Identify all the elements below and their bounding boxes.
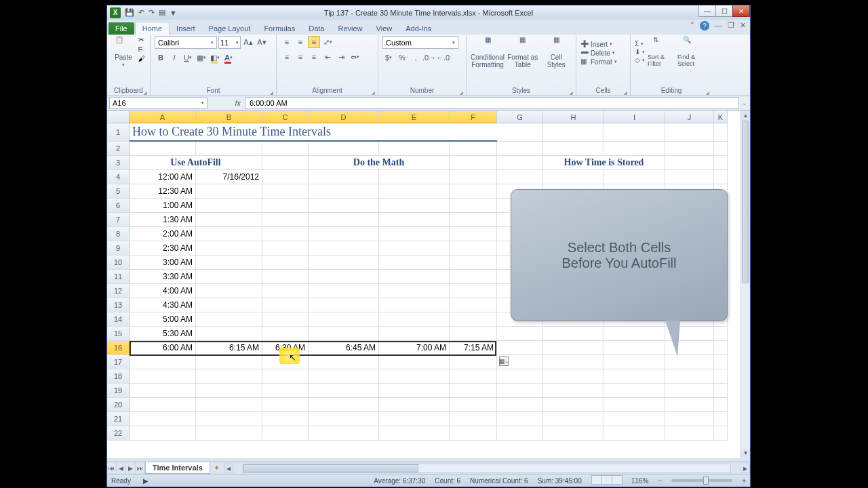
spreadsheet-grid[interactable]: ABCDEFGHIJK 1234567891011121314151617181… — [107, 111, 750, 458]
cell-J3[interactable] — [665, 156, 714, 170]
cell-F20[interactable] — [450, 398, 497, 412]
cell-E19[interactable] — [379, 384, 450, 398]
cell-E17[interactable] — [379, 355, 450, 369]
last-sheet-icon[interactable]: ⏭ — [136, 462, 145, 474]
cell-D7[interactable] — [309, 213, 379, 227]
cell-G16[interactable] — [497, 341, 543, 355]
save-icon[interactable]: 💾 — [125, 8, 134, 17]
cell-I16[interactable] — [604, 341, 665, 355]
cell-styles-button[interactable]: ▦Cell Styles — [541, 36, 572, 68]
cell-A8[interactable]: 2:00 AM — [130, 227, 196, 241]
tab-review[interactable]: Review — [331, 22, 369, 35]
cell-B2[interactable] — [196, 142, 262, 156]
cell-F10[interactable] — [450, 256, 497, 270]
cell-J20[interactable] — [665, 398, 714, 412]
align-bottom-icon[interactable]: ≡ — [308, 36, 320, 48]
cell-C16[interactable]: 6:30 AM — [262, 341, 309, 355]
cell-F9[interactable] — [450, 241, 497, 256]
col-header-H[interactable]: H — [543, 111, 604, 123]
underline-button[interactable]: U▾ — [182, 52, 194, 64]
row-headers[interactable]: 12345678910111213141516171819202122 — [107, 123, 130, 458]
col-header-J[interactable]: J — [665, 111, 714, 123]
cell-B8[interactable] — [196, 227, 262, 241]
row-header-11[interactable]: 11 — [107, 270, 130, 284]
cell-C3[interactable] — [262, 156, 309, 170]
cell-A7[interactable]: 1:30 AM — [130, 213, 196, 227]
cell-C14[interactable] — [262, 312, 309, 327]
cell-B10[interactable] — [196, 256, 262, 270]
col-header-C[interactable]: C — [262, 111, 309, 123]
cell-H2[interactable] — [543, 142, 604, 156]
cell-C19[interactable] — [262, 384, 309, 398]
cell-A15[interactable]: 5:30 AM — [130, 327, 196, 341]
hscroll-thumb[interactable] — [243, 464, 419, 472]
workbook-minimize-icon[interactable]: — — [715, 21, 722, 30]
cell-D13[interactable] — [309, 298, 379, 312]
cell-E9[interactable] — [379, 241, 450, 256]
cell-H20[interactable] — [543, 398, 604, 412]
cell-C21[interactable] — [262, 412, 309, 426]
cell-A6[interactable]: 1:00 AM — [130, 199, 196, 213]
cell-G3[interactable] — [497, 156, 543, 170]
cell-K4[interactable] — [714, 170, 728, 184]
row-header-22[interactable]: 22 — [107, 426, 130, 441]
workbook-close-icon[interactable]: ✕ — [740, 21, 746, 30]
cell-B11[interactable] — [196, 270, 262, 284]
cell-F19[interactable] — [450, 384, 497, 398]
scroll-down-icon[interactable]: ▼ — [741, 449, 750, 458]
cell-B16[interactable]: 6:15 AM — [196, 341, 262, 355]
cell-B17[interactable] — [196, 355, 262, 369]
cell-B4[interactable]: 7/16/2012 — [196, 170, 262, 184]
align-top-icon[interactable]: ≡ — [281, 36, 293, 48]
tab-add-ins[interactable]: Add-Ins — [399, 22, 438, 35]
cell-F17[interactable] — [450, 355, 497, 369]
cell-E5[interactable] — [379, 184, 450, 199]
cell-F5[interactable] — [450, 184, 497, 199]
new-sheet-icon[interactable]: ✦ — [210, 464, 224, 472]
cell-A4[interactable]: 12:00 AM — [130, 170, 196, 184]
cell-G4[interactable] — [497, 170, 543, 184]
cell-I21[interactable] — [604, 412, 665, 426]
minimize-button[interactable]: — — [698, 5, 716, 17]
cell-D20[interactable] — [309, 398, 379, 412]
autofill-options-icon[interactable]: ▦₊ — [499, 357, 509, 366]
cell-H21[interactable] — [543, 412, 604, 426]
cell-E22[interactable] — [379, 426, 450, 441]
cell-C18[interactable] — [262, 369, 309, 384]
row-header-20[interactable]: 20 — [107, 398, 130, 412]
cell-H3[interactable]: How Time is Stored — [543, 156, 665, 170]
cell-J22[interactable] — [665, 426, 714, 441]
cell-D16[interactable]: 6:45 AM — [309, 341, 379, 355]
cell-B20[interactable] — [196, 398, 262, 412]
cell-E14[interactable] — [379, 312, 450, 327]
cell-E2[interactable] — [379, 142, 450, 156]
align-left-icon[interactable]: ≡ — [281, 51, 293, 63]
cell-C8[interactable] — [262, 227, 309, 241]
font-size-select[interactable]: 11▾ — [218, 36, 241, 49]
cell-E10[interactable] — [379, 256, 450, 270]
cell-G21[interactable] — [497, 412, 543, 426]
cell-E16[interactable]: 7:00 AM — [379, 341, 450, 355]
col-header-F[interactable]: F — [450, 111, 497, 123]
cell-I4[interactable] — [604, 170, 665, 184]
cell-F6[interactable] — [450, 199, 497, 213]
copy-icon[interactable]: ⎘ — [138, 45, 145, 53]
cell-A11[interactable]: 3:30 AM — [130, 270, 196, 284]
fill-color-button[interactable]: ◧▾ — [209, 52, 221, 64]
cell-H16[interactable] — [543, 341, 604, 355]
cell-A13[interactable]: 4:30 AM — [130, 298, 196, 312]
cell-H18[interactable] — [543, 369, 604, 384]
row-header-4[interactable]: 4 — [107, 170, 130, 184]
view-buttons[interactable] — [591, 475, 622, 486]
fx-icon[interactable]: fx — [235, 99, 241, 107]
cell-C17[interactable] — [262, 355, 309, 369]
row-header-6[interactable]: 6 — [107, 199, 130, 213]
prev-sheet-icon[interactable]: ◀ — [117, 462, 126, 474]
qat-dropdown-icon[interactable]: ▼ — [170, 9, 177, 17]
row-header-9[interactable]: 9 — [107, 241, 130, 256]
cell-K16[interactable] — [714, 341, 728, 355]
row-header-13[interactable]: 13 — [107, 298, 130, 312]
cell-B19[interactable] — [196, 384, 262, 398]
macro-record-icon[interactable]: ▶ — [143, 477, 149, 485]
cell-B15[interactable] — [196, 327, 262, 341]
